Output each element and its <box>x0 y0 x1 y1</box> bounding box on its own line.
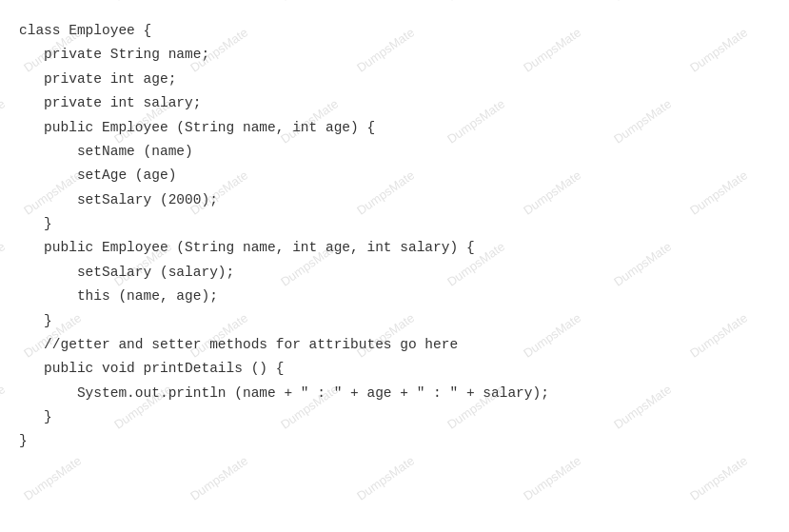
watermark-text: DumpsMate <box>0 382 8 431</box>
code-line: setSalary (2000); <box>19 188 770 212</box>
code-line: //getter and setter methods for attribut… <box>19 333 770 357</box>
code-line: public Employee (String name, int age) { <box>19 116 770 140</box>
watermark-text: DumpsMate <box>687 453 750 502</box>
watermark-text: DumpsMate <box>0 0 8 4</box>
watermark-text: DumpsMate <box>0 239 8 288</box>
code-line: setAge (age) <box>19 164 770 187</box>
code-line: setName (name) <box>19 140 770 164</box>
code-line: System.out.println (name + " : " + age +… <box>19 382 770 405</box>
watermark-text: DumpsMate <box>111 0 174 4</box>
watermark-text: DumpsMate <box>278 0 341 4</box>
watermark-text: DumpsMate <box>21 453 84 502</box>
code-line: class Employee { <box>19 19 770 43</box>
watermark-text: DumpsMate <box>521 453 583 502</box>
code-block: class Employee { private String name; pr… <box>19 19 770 454</box>
code-line: } <box>19 309 770 333</box>
code-line: public void printDetails () { <box>19 357 770 381</box>
watermark-text: DumpsMate <box>354 453 417 502</box>
code-line: } <box>19 212 770 236</box>
code-line: private int age; <box>19 68 770 91</box>
code-line: setSalary (salary); <box>19 261 770 285</box>
watermark-text: DumpsMate <box>0 96 8 146</box>
code-line: this (name, age); <box>19 285 770 308</box>
code-line: } <box>19 405 770 429</box>
code-line: private String name; <box>19 43 770 67</box>
watermark-text: DumpsMate <box>611 0 674 4</box>
code-line: private int salary; <box>19 91 770 115</box>
code-line: public Employee (String name, int age, i… <box>19 236 770 260</box>
watermark-text: DumpsMate <box>444 0 507 4</box>
code-container: class Employee { private String name; pr… <box>0 0 789 532</box>
code-line: } <box>19 429 770 453</box>
watermark-text: DumpsMate <box>187 453 250 502</box>
